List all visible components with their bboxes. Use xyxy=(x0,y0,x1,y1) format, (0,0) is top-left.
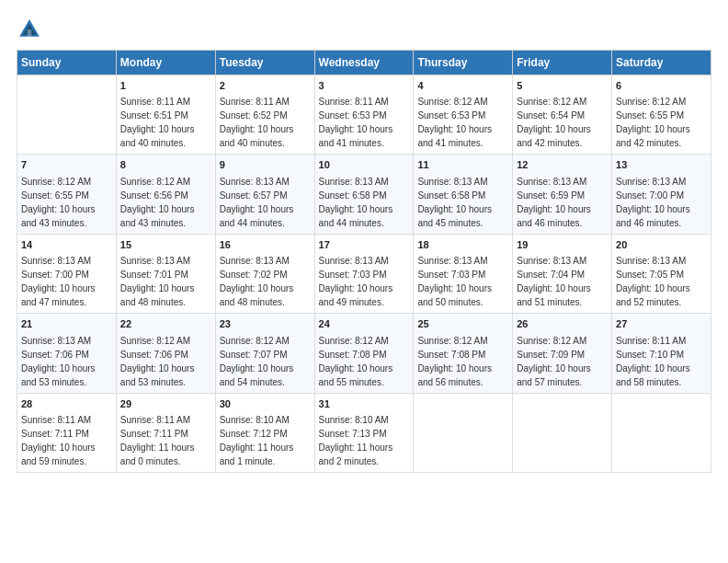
day-header: Tuesday xyxy=(215,51,314,75)
calendar-week-row: 1 Sunrise: 8:11 AMSunset: 6:51 PMDayligh… xyxy=(17,75,711,155)
calendar-cell: 17 Sunrise: 8:13 AMSunset: 7:03 PMDaylig… xyxy=(314,234,414,313)
logo-icon xyxy=(17,17,42,42)
calendar-cell: 22 Sunrise: 8:12 AMSunset: 7:06 PMDaylig… xyxy=(116,314,215,393)
sunrise-text: Sunrise: 8:13 AMSunset: 6:59 PMDaylight:… xyxy=(517,177,591,228)
sunrise-text: Sunrise: 8:13 AMSunset: 7:03 PMDaylight:… xyxy=(319,256,393,307)
calendar-cell: 16 Sunrise: 8:13 AMSunset: 7:02 PMDaylig… xyxy=(215,234,314,313)
sunrise-text: Sunrise: 8:11 AMSunset: 6:51 PMDaylight:… xyxy=(120,97,195,148)
sunrise-text: Sunrise: 8:11 AMSunset: 7:10 PMDaylight:… xyxy=(616,336,690,387)
svg-rect-2 xyxy=(28,29,32,37)
sunrise-text: Sunrise: 8:10 AMSunset: 7:12 PMDaylight:… xyxy=(220,415,294,466)
day-number: 22 xyxy=(120,317,211,331)
day-number: 1 xyxy=(120,79,211,93)
day-number: 3 xyxy=(319,79,410,93)
sunrise-text: Sunrise: 8:12 AMSunset: 7:06 PMDaylight:… xyxy=(120,336,195,387)
calendar-cell: 26 Sunrise: 8:12 AMSunset: 7:09 PMDaylig… xyxy=(513,314,612,393)
sunrise-text: Sunrise: 8:13 AMSunset: 7:03 PMDaylight:… xyxy=(417,256,492,307)
sunrise-text: Sunrise: 8:13 AMSunset: 7:05 PMDaylight:… xyxy=(616,256,690,307)
sunrise-text: Sunrise: 8:10 AMSunset: 7:13 PMDaylight:… xyxy=(319,415,393,466)
day-number: 7 xyxy=(21,158,112,172)
calendar-cell: 1 Sunrise: 8:11 AMSunset: 6:51 PMDayligh… xyxy=(116,75,215,155)
calendar-cell: 4 Sunrise: 8:12 AMSunset: 6:53 PMDayligh… xyxy=(414,75,513,155)
sunrise-text: Sunrise: 8:12 AMSunset: 6:56 PMDaylight:… xyxy=(120,177,195,228)
sunrise-text: Sunrise: 8:13 AMSunset: 6:58 PMDaylight:… xyxy=(319,177,393,228)
calendar-cell: 6 Sunrise: 8:12 AMSunset: 6:55 PMDayligh… xyxy=(612,75,711,155)
page-container: SundayMondayTuesdayWednesdayThursdayFrid… xyxy=(0,0,728,482)
day-number: 28 xyxy=(21,397,112,411)
day-number: 13 xyxy=(616,158,707,172)
sunrise-text: Sunrise: 8:13 AMSunset: 7:06 PMDaylight:… xyxy=(21,336,96,387)
day-number: 27 xyxy=(616,317,707,331)
day-number: 11 xyxy=(417,158,508,172)
calendar-cell: 3 Sunrise: 8:11 AMSunset: 6:53 PMDayligh… xyxy=(314,75,414,155)
calendar-week-row: 14 Sunrise: 8:13 AMSunset: 7:00 PMDaylig… xyxy=(17,234,711,313)
day-number: 12 xyxy=(517,158,608,172)
day-number: 9 xyxy=(220,158,311,172)
calendar-cell: 23 Sunrise: 8:12 AMSunset: 7:07 PMDaylig… xyxy=(215,314,314,393)
day-number: 4 xyxy=(417,79,508,93)
sunrise-text: Sunrise: 8:12 AMSunset: 6:54 PMDaylight:… xyxy=(517,97,591,148)
calendar-cell: 7 Sunrise: 8:12 AMSunset: 6:55 PMDayligh… xyxy=(17,155,117,234)
calendar-cell: 31 Sunrise: 8:10 AMSunset: 7:13 PMDaylig… xyxy=(314,393,414,472)
calendar-cell: 5 Sunrise: 8:12 AMSunset: 6:54 PMDayligh… xyxy=(513,75,612,155)
sunrise-text: Sunrise: 8:11 AMSunset: 7:11 PMDaylight:… xyxy=(120,415,195,466)
calendar-cell: 8 Sunrise: 8:12 AMSunset: 6:56 PMDayligh… xyxy=(116,155,215,234)
day-number: 15 xyxy=(120,238,211,252)
day-header: Sunday xyxy=(17,51,117,75)
calendar-cell: 14 Sunrise: 8:13 AMSunset: 7:00 PMDaylig… xyxy=(17,234,117,313)
day-header: Friday xyxy=(513,51,612,75)
calendar-week-row: 21 Sunrise: 8:13 AMSunset: 7:06 PMDaylig… xyxy=(17,314,711,393)
calendar-cell: 28 Sunrise: 8:11 AMSunset: 7:11 PMDaylig… xyxy=(17,393,117,472)
calendar-cell: 20 Sunrise: 8:13 AMSunset: 7:05 PMDaylig… xyxy=(612,234,711,313)
sunrise-text: Sunrise: 8:13 AMSunset: 7:00 PMDaylight:… xyxy=(21,256,96,307)
calendar-cell: 29 Sunrise: 8:11 AMSunset: 7:11 PMDaylig… xyxy=(116,393,215,472)
day-header: Wednesday xyxy=(314,51,414,75)
calendar-week-row: 7 Sunrise: 8:12 AMSunset: 6:55 PMDayligh… xyxy=(17,155,711,234)
calendar-cell: 10 Sunrise: 8:13 AMSunset: 6:58 PMDaylig… xyxy=(314,155,414,234)
calendar-cell: 21 Sunrise: 8:13 AMSunset: 7:06 PMDaylig… xyxy=(17,314,117,393)
day-number: 19 xyxy=(517,238,608,252)
sunrise-text: Sunrise: 8:12 AMSunset: 6:53 PMDaylight:… xyxy=(417,97,492,148)
calendar-cell: 2 Sunrise: 8:11 AMSunset: 6:52 PMDayligh… xyxy=(215,75,314,155)
sunrise-text: Sunrise: 8:13 AMSunset: 7:01 PMDaylight:… xyxy=(120,256,195,307)
sunrise-text: Sunrise: 8:11 AMSunset: 6:52 PMDaylight:… xyxy=(220,97,294,148)
day-number: 24 xyxy=(319,317,410,331)
day-number: 6 xyxy=(616,79,707,93)
sunrise-text: Sunrise: 8:12 AMSunset: 7:07 PMDaylight:… xyxy=(220,336,294,387)
day-number: 21 xyxy=(21,317,112,331)
logo xyxy=(17,17,46,42)
header xyxy=(17,17,711,42)
sunrise-text: Sunrise: 8:12 AMSunset: 7:08 PMDaylight:… xyxy=(417,336,492,387)
day-number: 17 xyxy=(319,238,410,252)
sunrise-text: Sunrise: 8:12 AMSunset: 7:09 PMDaylight:… xyxy=(517,336,591,387)
calendar-cell xyxy=(414,393,513,472)
day-number: 20 xyxy=(616,238,707,252)
calendar-cell: 13 Sunrise: 8:13 AMSunset: 7:00 PMDaylig… xyxy=(612,155,711,234)
day-number: 31 xyxy=(319,397,410,411)
calendar-cell: 30 Sunrise: 8:10 AMSunset: 7:12 PMDaylig… xyxy=(215,393,314,472)
day-number: 5 xyxy=(517,79,608,93)
day-number: 23 xyxy=(220,317,311,331)
calendar-header-row: SundayMondayTuesdayWednesdayThursdayFrid… xyxy=(17,51,711,75)
sunrise-text: Sunrise: 8:13 AMSunset: 6:57 PMDaylight:… xyxy=(220,177,294,228)
sunrise-text: Sunrise: 8:13 AMSunset: 7:04 PMDaylight:… xyxy=(517,256,591,307)
day-header: Monday xyxy=(116,51,215,75)
day-number: 18 xyxy=(417,238,508,252)
calendar-cell: 12 Sunrise: 8:13 AMSunset: 6:59 PMDaylig… xyxy=(513,155,612,234)
sunrise-text: Sunrise: 8:12 AMSunset: 6:55 PMDaylight:… xyxy=(21,177,96,228)
day-number: 29 xyxy=(120,397,211,411)
sunrise-text: Sunrise: 8:11 AMSunset: 7:11 PMDaylight:… xyxy=(21,415,96,466)
day-number: 16 xyxy=(220,238,311,252)
day-number: 14 xyxy=(21,238,112,252)
calendar-cell: 19 Sunrise: 8:13 AMSunset: 7:04 PMDaylig… xyxy=(513,234,612,313)
calendar-cell: 11 Sunrise: 8:13 AMSunset: 6:58 PMDaylig… xyxy=(414,155,513,234)
sunrise-text: Sunrise: 8:12 AMSunset: 6:55 PMDaylight:… xyxy=(616,97,690,148)
calendar-table: SundayMondayTuesdayWednesdayThursdayFrid… xyxy=(17,50,711,473)
day-number: 26 xyxy=(517,317,608,331)
day-number: 25 xyxy=(417,317,508,331)
calendar-cell: 27 Sunrise: 8:11 AMSunset: 7:10 PMDaylig… xyxy=(612,314,711,393)
calendar-cell: 25 Sunrise: 8:12 AMSunset: 7:08 PMDaylig… xyxy=(414,314,513,393)
day-header: Saturday xyxy=(612,51,711,75)
sunrise-text: Sunrise: 8:12 AMSunset: 7:08 PMDaylight:… xyxy=(319,336,393,387)
calendar-cell: 9 Sunrise: 8:13 AMSunset: 6:57 PMDayligh… xyxy=(215,155,314,234)
